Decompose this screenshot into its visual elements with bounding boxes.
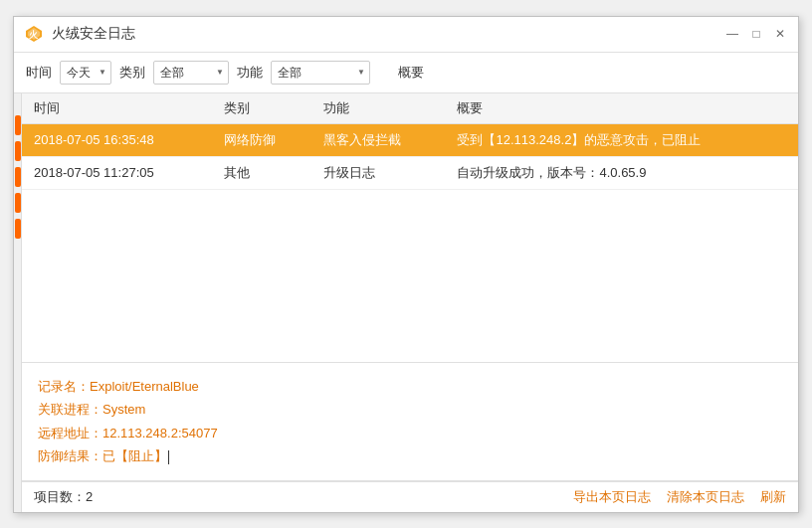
cell-category: 其他: [212, 156, 311, 189]
detail-area: 记录名：Exploit/EternalBlue 关联进程：System 远程地址…: [22, 363, 798, 481]
category-filter-select[interactable]: 全部 网络防御 其他: [153, 61, 229, 85]
detail-result: 防御结果：已【阻止】: [38, 444, 782, 467]
cell-summary: 受到【12.113.248.2】的恶意攻击，已阻止: [445, 123, 798, 156]
text-cursor: [168, 450, 169, 464]
left-sidebar: [14, 93, 22, 512]
detail-process: 关联进程：System: [38, 398, 782, 421]
clear-button[interactable]: 清除本页日志: [667, 488, 744, 506]
sidebar-indicator: [15, 219, 21, 239]
table-row[interactable]: 2018-07-05 11:27:05其他升级日志自动升级成功，版本号：4.0.…: [22, 156, 798, 189]
close-button[interactable]: ✕: [772, 26, 788, 42]
col-summary: 概要: [445, 93, 798, 124]
sidebar-indicator: [15, 115, 21, 135]
col-time: 时间: [22, 93, 212, 124]
summary-column-label: 概要: [398, 64, 424, 82]
function-filter-label: 功能: [237, 64, 263, 82]
time-filter-select[interactable]: 今天 昨天 本周 全部: [60, 61, 111, 85]
export-button[interactable]: 导出本页日志: [573, 488, 651, 506]
window-title: 火绒安全日志: [52, 25, 724, 43]
svg-text:火: 火: [28, 30, 39, 40]
sidebar-indicator: [15, 141, 21, 161]
function-filter-select[interactable]: 全部 黑客入侵拦截 升级日志: [271, 61, 370, 85]
log-table-area: 时间 类别 功能 概要 2018-07-05 16:35:48网络防御黑客入侵拦…: [22, 93, 798, 363]
col-function: 功能: [311, 93, 445, 124]
cell-time: 2018-07-05 16:35:48: [22, 123, 212, 156]
time-filter-label: 时间: [26, 64, 52, 82]
maximize-button[interactable]: □: [748, 26, 764, 42]
status-bar: 项目数：2 导出本页日志 清除本页日志 刷新: [22, 481, 798, 512]
cell-function: 升级日志: [311, 156, 445, 189]
log-table: 时间 类别 功能 概要 2018-07-05 16:35:48网络防御黑客入侵拦…: [22, 93, 798, 190]
refresh-button[interactable]: 刷新: [760, 488, 786, 506]
item-count: 项目数：2: [34, 488, 573, 506]
col-category: 类别: [212, 93, 311, 124]
cell-category: 网络防御: [212, 123, 311, 156]
sidebar-indicator: [15, 167, 21, 187]
sidebar-indicator: [15, 193, 21, 213]
minimize-button[interactable]: —: [724, 26, 740, 42]
cell-function: 黑客入侵拦截: [311, 123, 445, 156]
table-row[interactable]: 2018-07-05 16:35:48网络防御黑客入侵拦截受到【12.113.2…: [22, 123, 798, 156]
app-icon: 火: [24, 24, 44, 44]
cell-time: 2018-07-05 11:27:05: [22, 156, 212, 189]
detail-record: 记录名：Exploit/EternalBlue: [38, 375, 782, 398]
detail-address: 远程地址：12.113.248.2:54077: [38, 422, 782, 444]
category-filter-label: 类别: [119, 64, 145, 82]
cell-summary: 自动升级成功，版本号：4.0.65.9: [445, 156, 798, 189]
